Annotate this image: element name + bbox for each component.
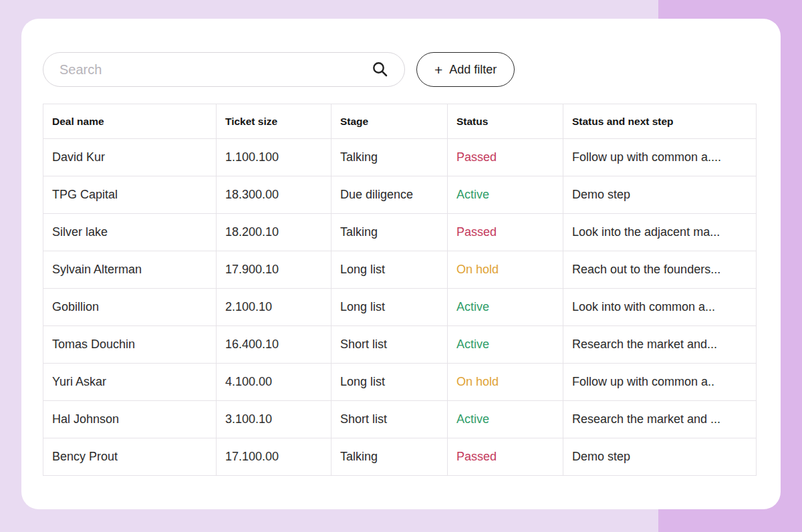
column-header-ticket-size: Ticket size — [217, 104, 331, 139]
main-card: + Add filter Deal name Ticket size Stage… — [21, 19, 781, 509]
deals-table: Deal name Ticket size Stage Status Statu… — [43, 104, 757, 476]
status-cell: Active — [448, 289, 563, 326]
column-header-next-step: Status and next step — [563, 104, 757, 139]
next-step-cell: Follow up with common a.. — [563, 364, 757, 401]
status-cell: On hold — [448, 251, 563, 289]
table-row[interactable]: Gobillion 2.100.10 Long list Active Look… — [43, 289, 757, 326]
table-row[interactable]: Bency Prout 17.100.00 Talking Passed Dem… — [43, 438, 757, 476]
stage-cell: Long list — [331, 364, 448, 401]
table-row[interactable]: Yuri Askar 4.100.00 Long list On hold Fo… — [43, 364, 757, 401]
deal-name-cell: David Kur — [43, 139, 217, 176]
stage-cell: Long list — [331, 289, 448, 326]
column-header-deal-name: Deal name — [43, 104, 217, 139]
ticket-size-cell: 18.200.10 — [217, 214, 331, 251]
next-step-cell: Demo step — [563, 176, 757, 214]
column-header-stage: Stage — [331, 104, 448, 139]
deal-name-cell: Tomas Douchin — [43, 326, 217, 364]
ticket-size-cell: 17.900.10 — [217, 251, 331, 289]
stage-cell: Talking — [331, 139, 448, 176]
next-step-cell: Look into the adjacent ma... — [563, 214, 757, 251]
column-header-status: Status — [448, 104, 563, 139]
next-step-cell: Demo step — [563, 438, 757, 476]
deal-name-cell: Sylvain Alterman — [43, 251, 217, 289]
stage-cell: Long list — [331, 251, 448, 289]
table-header: Deal name Ticket size Stage Status Statu… — [43, 104, 757, 139]
stage-cell: Short list — [331, 326, 448, 364]
stage-cell: Talking — [331, 214, 448, 251]
plus-icon: + — [434, 63, 442, 77]
status-cell: Passed — [448, 438, 563, 476]
next-step-cell: Research the market and... — [563, 326, 757, 364]
ticket-size-cell: 4.100.00 — [217, 364, 331, 401]
stage-cell: Due diligence — [331, 176, 448, 214]
add-filter-label: Add filter — [449, 63, 497, 77]
search-input[interactable] — [43, 52, 405, 87]
table-row[interactable]: David Kur 1.100.100 Talking Passed Follo… — [43, 139, 757, 176]
status-cell: Active — [448, 176, 563, 214]
status-cell: Active — [448, 326, 563, 364]
ticket-size-cell: 18.300.00 — [217, 176, 331, 214]
next-step-cell: Follow up with common a.... — [563, 139, 757, 176]
deal-name-cell: Gobillion — [43, 289, 217, 326]
table-row[interactable]: Silver lake 18.200.10 Talking Passed Loo… — [43, 214, 757, 251]
next-step-cell: Look into with common a... — [563, 289, 757, 326]
next-step-cell: Reach out to the founders... — [563, 251, 757, 289]
status-cell: Passed — [448, 139, 563, 176]
status-cell: On hold — [448, 364, 563, 401]
table-row[interactable]: Tomas Douchin 16.400.10 Short list Activ… — [43, 326, 757, 364]
stage-cell: Short list — [331, 401, 448, 438]
table-row[interactable]: Hal Johnson 3.100.10 Short list Active R… — [43, 401, 757, 438]
deal-name-cell: TPG Capital — [43, 176, 217, 214]
add-filter-button[interactable]: + Add filter — [416, 52, 515, 87]
next-step-cell: Research the market and ... — [563, 401, 757, 438]
deal-name-cell: Bency Prout — [43, 438, 217, 476]
table-row[interactable]: TPG Capital 18.300.00 Due diligence Acti… — [43, 176, 757, 214]
deal-name-cell: Silver lake — [43, 214, 217, 251]
deal-name-cell: Yuri Askar — [43, 364, 217, 401]
search-box — [43, 52, 405, 87]
stage-cell: Talking — [331, 438, 448, 476]
ticket-size-cell: 17.100.00 — [217, 438, 331, 476]
ticket-size-cell: 1.100.100 — [217, 139, 331, 176]
ticket-size-cell: 3.100.10 — [217, 401, 331, 438]
deal-name-cell: Hal Johnson — [43, 401, 217, 438]
ticket-size-cell: 16.400.10 — [217, 326, 331, 364]
ticket-size-cell: 2.100.10 — [217, 289, 331, 326]
search-icon[interactable] — [372, 61, 389, 78]
status-cell: Passed — [448, 214, 563, 251]
status-cell: Active — [448, 401, 563, 438]
toolbar: + Add filter — [43, 52, 759, 87]
table-row[interactable]: Sylvain Alterman 17.900.10 Long list On … — [43, 251, 757, 289]
